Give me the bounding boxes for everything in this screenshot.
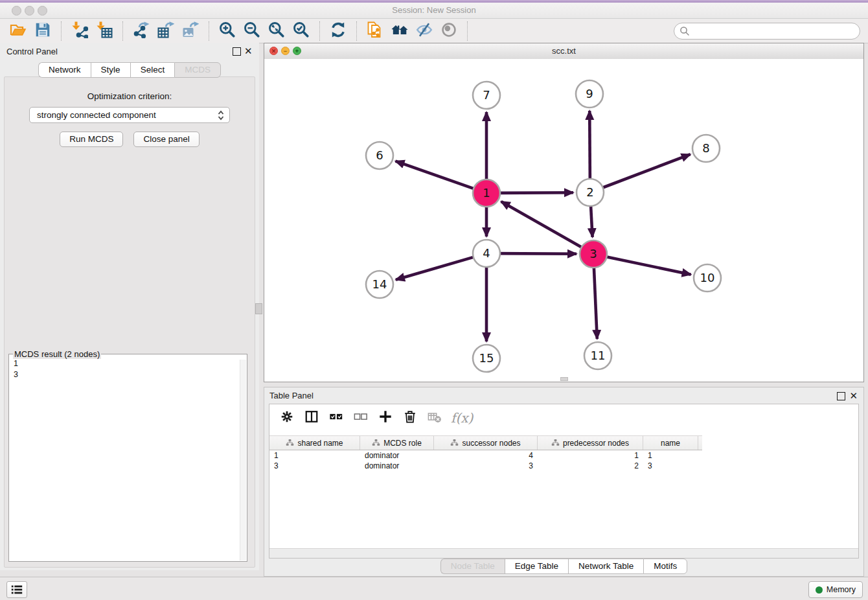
tab-network-table[interactable]: Network Table xyxy=(568,559,643,574)
zoom-out-button[interactable] xyxy=(240,21,264,41)
node-label-8: 8 xyxy=(702,141,709,155)
node-15[interactable]: 15 xyxy=(473,345,500,372)
status-bar: Memory xyxy=(0,577,868,600)
network-resize-grip[interactable] xyxy=(560,377,568,381)
delete-button[interactable] xyxy=(400,408,420,428)
table-cell: 3 xyxy=(643,461,698,470)
column-label: name xyxy=(661,439,680,448)
column-header-shared-name[interactable]: shared name xyxy=(269,436,360,450)
save-session-button[interactable] xyxy=(30,21,55,41)
close-panel-icon[interactable]: ✕ xyxy=(244,45,253,56)
zoom-out-icon xyxy=(244,21,260,41)
table-row[interactable]: 3dominator323 xyxy=(269,461,702,471)
optimization-criterion-select[interactable]: strongly connected component xyxy=(29,107,230,123)
node-8[interactable]: 8 xyxy=(692,135,720,162)
node-10[interactable]: 10 xyxy=(694,264,721,292)
apply-layout-button[interactable] xyxy=(326,21,350,41)
tab-mcds[interactable]: MCDS xyxy=(174,62,221,78)
export-table-button[interactable] xyxy=(154,21,178,41)
node-14[interactable]: 14 xyxy=(366,271,393,298)
cybrowser-button[interactable] xyxy=(387,21,412,41)
splitter-grip[interactable] xyxy=(255,303,262,314)
result-line: 3 xyxy=(14,369,18,380)
gear-button[interactable] xyxy=(277,408,297,428)
edge-3-1[interactable] xyxy=(501,202,586,249)
tab-style[interactable]: Style xyxy=(91,62,130,78)
edge-1-2[interactable] xyxy=(496,192,573,193)
table-float-panel-icon[interactable] xyxy=(837,392,845,400)
open-session-button[interactable] xyxy=(6,21,30,41)
toolbar-group xyxy=(123,21,209,41)
node-7[interactable]: 7 xyxy=(473,82,500,109)
run-mcds-button[interactable]: Run MCDS xyxy=(60,132,123,147)
mcds-buttons: Run MCDS Close panel xyxy=(5,132,255,147)
toolbar-group xyxy=(0,21,62,41)
edge-3-10[interactable] xyxy=(602,256,691,275)
select-all-button[interactable] xyxy=(326,408,346,428)
show-panel-button[interactable] xyxy=(437,21,461,41)
float-panel-icon[interactable] xyxy=(233,47,241,56)
memory-button[interactable]: Memory xyxy=(808,581,863,598)
node-4[interactable]: 4 xyxy=(473,240,500,267)
gear-icon xyxy=(280,410,294,426)
zoom-fit-icon xyxy=(268,21,285,41)
node-1[interactable]: 1 xyxy=(473,179,500,207)
edge-1-6[interactable] xyxy=(396,161,478,190)
tab-motifs[interactable]: Motifs xyxy=(643,559,687,574)
application-window: Session: New Session Control Panel ✕ Net… xyxy=(0,0,868,600)
export-network-button[interactable] xyxy=(129,21,154,41)
network-window-titlebar: ✕ − + scc.txt xyxy=(264,43,863,60)
table-row[interactable]: 1dominator411 xyxy=(269,450,702,461)
clone-network-button[interactable] xyxy=(363,21,387,41)
add-column-button[interactable] xyxy=(376,408,395,428)
mcds-result-title: MCDS result (2 nodes) xyxy=(13,349,101,359)
node-11[interactable]: 11 xyxy=(584,342,611,369)
table-horizontal-scrollbar[interactable] xyxy=(269,548,858,558)
close-panel-button[interactable]: Close panel xyxy=(133,132,199,147)
network-graph[interactable]: 7968124314101511 xyxy=(264,59,863,382)
zoom-fit-button[interactable] xyxy=(264,21,289,41)
tab-node-table[interactable]: Node Table xyxy=(440,559,505,574)
edge-3-11[interactable] xyxy=(594,263,597,339)
tab-network[interactable]: Network xyxy=(38,62,91,78)
task-history-button[interactable] xyxy=(6,581,27,598)
edge-2-8[interactable] xyxy=(599,154,691,189)
node-6[interactable]: 6 xyxy=(366,142,393,169)
search-box[interactable] xyxy=(674,23,860,40)
memory-label: Memory xyxy=(827,585,856,594)
control-panel-title: Control Panel xyxy=(6,47,58,56)
export-image-button[interactable] xyxy=(178,21,203,41)
zoom-in-button[interactable] xyxy=(215,21,240,41)
control-panel-header: Control Panel ✕ xyxy=(0,43,259,60)
column-header-successor-nodes[interactable]: successor nodes xyxy=(434,436,538,450)
import-network-button[interactable] xyxy=(67,21,92,41)
open-session-icon xyxy=(10,21,27,41)
table-close-panel-icon[interactable]: ✕ xyxy=(849,390,858,401)
node-label-15: 15 xyxy=(479,351,494,365)
main-toolbar xyxy=(0,19,868,43)
tab-edge-table[interactable]: Edge Table xyxy=(505,559,568,574)
edge-4-14[interactable] xyxy=(396,256,478,280)
column-header-MCDS-role[interactable]: MCDS role xyxy=(360,436,434,450)
select-stepper-icon xyxy=(218,110,224,121)
tab-select[interactable]: Select xyxy=(130,62,175,78)
hide-panel-button[interactable] xyxy=(412,21,437,41)
node-3[interactable]: 3 xyxy=(580,240,607,268)
column-header-name[interactable]: name xyxy=(643,436,698,450)
export-image-icon xyxy=(182,21,199,41)
table-cell: 1 xyxy=(643,451,698,460)
edge-2-9[interactable] xyxy=(589,111,590,183)
search-input[interactable] xyxy=(690,24,860,38)
deselect-all-button[interactable] xyxy=(351,408,371,428)
import-table-button[interactable] xyxy=(92,21,117,41)
node-9[interactable]: 9 xyxy=(576,80,603,108)
column-header-predecessor-nodes[interactable]: predecessor nodes xyxy=(538,436,643,450)
result-scrollbar[interactable] xyxy=(240,360,246,560)
columns-button[interactable] xyxy=(302,408,321,428)
network-canvas[interactable]: 7968124314101511 xyxy=(264,59,863,382)
node-label-9: 9 xyxy=(586,87,593,100)
edge-4-3[interactable] xyxy=(496,253,577,254)
zoom-selected-button[interactable] xyxy=(289,21,314,41)
node-2[interactable]: 2 xyxy=(577,179,604,206)
delete-icon xyxy=(403,410,417,426)
